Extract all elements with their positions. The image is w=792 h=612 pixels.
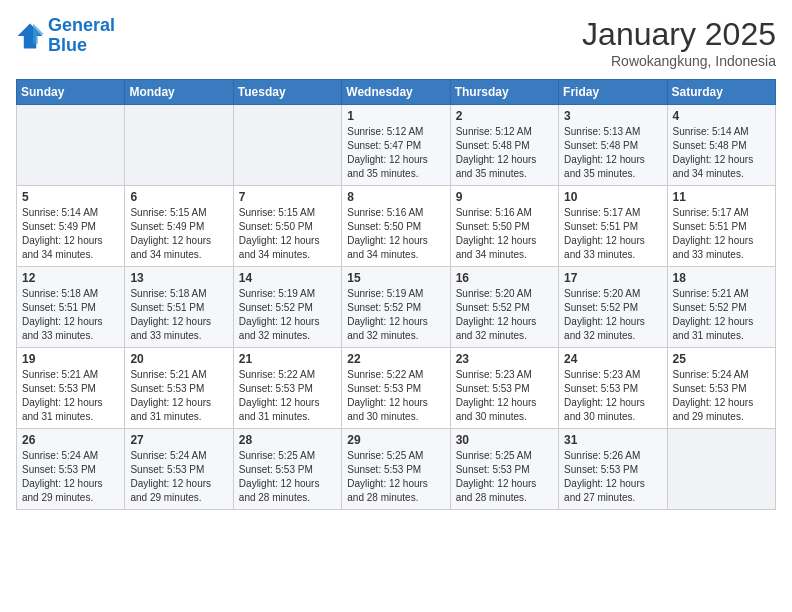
day-number: 19	[22, 352, 119, 366]
day-number: 23	[456, 352, 553, 366]
day-number: 4	[673, 109, 770, 123]
day-number: 12	[22, 271, 119, 285]
calendar-cell: 20Sunrise: 5:21 AM Sunset: 5:53 PM Dayli…	[125, 348, 233, 429]
day-number: 8	[347, 190, 444, 204]
logo-icon	[16, 22, 44, 50]
calendar-cell: 24Sunrise: 5:23 AM Sunset: 5:53 PM Dayli…	[559, 348, 667, 429]
day-number: 30	[456, 433, 553, 447]
day-number: 3	[564, 109, 661, 123]
day-info: Sunrise: 5:14 AM Sunset: 5:49 PM Dayligh…	[22, 206, 119, 262]
weekday-header-thursday: Thursday	[450, 80, 558, 105]
calendar-cell: 7Sunrise: 5:15 AM Sunset: 5:50 PM Daylig…	[233, 186, 341, 267]
calendar-week-3: 12Sunrise: 5:18 AM Sunset: 5:51 PM Dayli…	[17, 267, 776, 348]
weekday-header-wednesday: Wednesday	[342, 80, 450, 105]
calendar-cell: 4Sunrise: 5:14 AM Sunset: 5:48 PM Daylig…	[667, 105, 775, 186]
day-info: Sunrise: 5:25 AM Sunset: 5:53 PM Dayligh…	[239, 449, 336, 505]
weekday-header-monday: Monday	[125, 80, 233, 105]
calendar-cell: 16Sunrise: 5:20 AM Sunset: 5:52 PM Dayli…	[450, 267, 558, 348]
day-info: Sunrise: 5:12 AM Sunset: 5:47 PM Dayligh…	[347, 125, 444, 181]
day-info: Sunrise: 5:21 AM Sunset: 5:53 PM Dayligh…	[22, 368, 119, 424]
calendar-cell: 17Sunrise: 5:20 AM Sunset: 5:52 PM Dayli…	[559, 267, 667, 348]
calendar-cell: 19Sunrise: 5:21 AM Sunset: 5:53 PM Dayli…	[17, 348, 125, 429]
day-info: Sunrise: 5:19 AM Sunset: 5:52 PM Dayligh…	[347, 287, 444, 343]
calendar-week-4: 19Sunrise: 5:21 AM Sunset: 5:53 PM Dayli…	[17, 348, 776, 429]
day-info: Sunrise: 5:15 AM Sunset: 5:49 PM Dayligh…	[130, 206, 227, 262]
calendar-cell: 9Sunrise: 5:16 AM Sunset: 5:50 PM Daylig…	[450, 186, 558, 267]
header: General Blue January 2025 Rowokangkung, …	[16, 16, 776, 69]
day-info: Sunrise: 5:22 AM Sunset: 5:53 PM Dayligh…	[347, 368, 444, 424]
day-number: 31	[564, 433, 661, 447]
month-title: January 2025	[582, 16, 776, 53]
calendar-cell: 28Sunrise: 5:25 AM Sunset: 5:53 PM Dayli…	[233, 429, 341, 510]
day-number: 26	[22, 433, 119, 447]
svg-marker-0	[18, 23, 43, 48]
calendar-cell: 5Sunrise: 5:14 AM Sunset: 5:49 PM Daylig…	[17, 186, 125, 267]
calendar-cell: 13Sunrise: 5:18 AM Sunset: 5:51 PM Dayli…	[125, 267, 233, 348]
day-info: Sunrise: 5:24 AM Sunset: 5:53 PM Dayligh…	[22, 449, 119, 505]
calendar-cell: 22Sunrise: 5:22 AM Sunset: 5:53 PM Dayli…	[342, 348, 450, 429]
weekday-header-row: SundayMondayTuesdayWednesdayThursdayFrid…	[17, 80, 776, 105]
weekday-header-saturday: Saturday	[667, 80, 775, 105]
logo-general: General	[48, 16, 115, 36]
day-number: 15	[347, 271, 444, 285]
day-info: Sunrise: 5:25 AM Sunset: 5:53 PM Dayligh…	[347, 449, 444, 505]
day-info: Sunrise: 5:23 AM Sunset: 5:53 PM Dayligh…	[564, 368, 661, 424]
calendar-cell: 2Sunrise: 5:12 AM Sunset: 5:48 PM Daylig…	[450, 105, 558, 186]
calendar-week-1: 1Sunrise: 5:12 AM Sunset: 5:47 PM Daylig…	[17, 105, 776, 186]
day-info: Sunrise: 5:20 AM Sunset: 5:52 PM Dayligh…	[456, 287, 553, 343]
calendar-week-5: 26Sunrise: 5:24 AM Sunset: 5:53 PM Dayli…	[17, 429, 776, 510]
day-info: Sunrise: 5:22 AM Sunset: 5:53 PM Dayligh…	[239, 368, 336, 424]
day-info: Sunrise: 5:12 AM Sunset: 5:48 PM Dayligh…	[456, 125, 553, 181]
day-number: 6	[130, 190, 227, 204]
day-number: 29	[347, 433, 444, 447]
calendar-cell: 27Sunrise: 5:24 AM Sunset: 5:53 PM Dayli…	[125, 429, 233, 510]
logo-blue: Blue	[48, 36, 115, 56]
day-number: 21	[239, 352, 336, 366]
calendar-cell: 3Sunrise: 5:13 AM Sunset: 5:48 PM Daylig…	[559, 105, 667, 186]
day-number: 16	[456, 271, 553, 285]
day-info: Sunrise: 5:14 AM Sunset: 5:48 PM Dayligh…	[673, 125, 770, 181]
calendar-cell: 18Sunrise: 5:21 AM Sunset: 5:52 PM Dayli…	[667, 267, 775, 348]
calendar-cell: 14Sunrise: 5:19 AM Sunset: 5:52 PM Dayli…	[233, 267, 341, 348]
calendar-cell: 29Sunrise: 5:25 AM Sunset: 5:53 PM Dayli…	[342, 429, 450, 510]
calendar-cell: 23Sunrise: 5:23 AM Sunset: 5:53 PM Dayli…	[450, 348, 558, 429]
calendar-cell: 25Sunrise: 5:24 AM Sunset: 5:53 PM Dayli…	[667, 348, 775, 429]
day-number: 11	[673, 190, 770, 204]
day-number: 1	[347, 109, 444, 123]
day-number: 28	[239, 433, 336, 447]
calendar-cell: 11Sunrise: 5:17 AM Sunset: 5:51 PM Dayli…	[667, 186, 775, 267]
day-info: Sunrise: 5:17 AM Sunset: 5:51 PM Dayligh…	[673, 206, 770, 262]
calendar-table: SundayMondayTuesdayWednesdayThursdayFrid…	[16, 79, 776, 510]
calendar-cell: 10Sunrise: 5:17 AM Sunset: 5:51 PM Dayli…	[559, 186, 667, 267]
calendar-cell: 6Sunrise: 5:15 AM Sunset: 5:49 PM Daylig…	[125, 186, 233, 267]
day-info: Sunrise: 5:26 AM Sunset: 5:53 PM Dayligh…	[564, 449, 661, 505]
calendar-cell: 8Sunrise: 5:16 AM Sunset: 5:50 PM Daylig…	[342, 186, 450, 267]
day-info: Sunrise: 5:16 AM Sunset: 5:50 PM Dayligh…	[456, 206, 553, 262]
calendar-cell: 15Sunrise: 5:19 AM Sunset: 5:52 PM Dayli…	[342, 267, 450, 348]
day-info: Sunrise: 5:21 AM Sunset: 5:52 PM Dayligh…	[673, 287, 770, 343]
day-number: 27	[130, 433, 227, 447]
calendar-cell	[125, 105, 233, 186]
day-number: 25	[673, 352, 770, 366]
day-info: Sunrise: 5:16 AM Sunset: 5:50 PM Dayligh…	[347, 206, 444, 262]
calendar-cell: 12Sunrise: 5:18 AM Sunset: 5:51 PM Dayli…	[17, 267, 125, 348]
calendar-cell: 30Sunrise: 5:25 AM Sunset: 5:53 PM Dayli…	[450, 429, 558, 510]
day-number: 2	[456, 109, 553, 123]
day-number: 14	[239, 271, 336, 285]
calendar-cell	[233, 105, 341, 186]
day-info: Sunrise: 5:21 AM Sunset: 5:53 PM Dayligh…	[130, 368, 227, 424]
day-info: Sunrise: 5:19 AM Sunset: 5:52 PM Dayligh…	[239, 287, 336, 343]
day-info: Sunrise: 5:15 AM Sunset: 5:50 PM Dayligh…	[239, 206, 336, 262]
day-number: 20	[130, 352, 227, 366]
weekday-header-tuesday: Tuesday	[233, 80, 341, 105]
calendar-cell	[17, 105, 125, 186]
calendar-cell: 31Sunrise: 5:26 AM Sunset: 5:53 PM Dayli…	[559, 429, 667, 510]
day-number: 5	[22, 190, 119, 204]
calendar-week-2: 5Sunrise: 5:14 AM Sunset: 5:49 PM Daylig…	[17, 186, 776, 267]
day-number: 9	[456, 190, 553, 204]
day-info: Sunrise: 5:17 AM Sunset: 5:51 PM Dayligh…	[564, 206, 661, 262]
day-info: Sunrise: 5:24 AM Sunset: 5:53 PM Dayligh…	[673, 368, 770, 424]
location-subtitle: Rowokangkung, Indonesia	[582, 53, 776, 69]
day-number: 7	[239, 190, 336, 204]
calendar-cell	[667, 429, 775, 510]
